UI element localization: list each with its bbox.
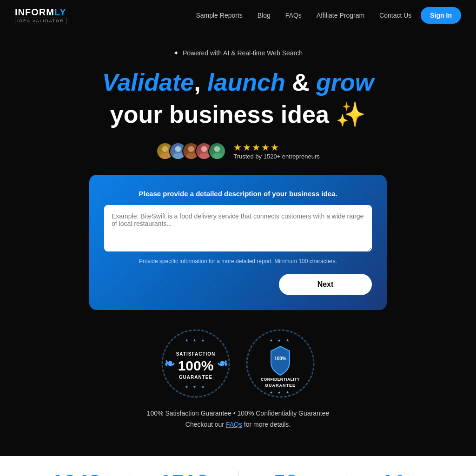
logo-tagline: IDEA VALIDATOR <box>15 18 66 24</box>
star-rating: ★★★★★ <box>233 142 320 153</box>
badges-section: ★ ★ ★ ❧ ❧ SATISFACTION 100% GUARANTEE ★ … <box>9 329 467 398</box>
satisfaction-badge: ★ ★ ★ ❧ ❧ SATISFACTION 100% GUARANTEE ★ … <box>161 329 231 398</box>
sparkle-icon: ✦ <box>173 49 179 57</box>
signin-button[interactable]: Sign In <box>421 7 461 24</box>
hero-subtitle: your business idea ✨ <box>9 100 467 129</box>
faqs-link[interactable]: FAQs <box>226 421 242 428</box>
stat-number: 11+ <box>354 471 446 476</box>
stat-number: 52+ <box>246 471 338 476</box>
business-idea-input[interactable] <box>104 205 372 251</box>
stats-bar: 1948 Reports generated 1518 Entrepreneur… <box>0 456 476 476</box>
svg-point-6 <box>201 146 207 152</box>
hero-section: ✦ Powered with AI & Real-time Web Search… <box>0 31 476 437</box>
logo-text-part2: LY <box>54 7 66 17</box>
next-button[interactable]: Next <box>279 274 372 295</box>
stat-entrepreneurs: 1518 Entrepreneurs helped <box>130 471 238 476</box>
trust-text: ★★★★★ Trusted by 1520+ entrepreneurs <box>233 142 320 160</box>
svg-text:CONFIDENTIALITY: CONFIDENTIALITY <box>261 377 300 382</box>
svg-point-7 <box>199 153 209 159</box>
svg-point-1 <box>160 153 170 159</box>
form-label: Please provide a detailed description of… <box>104 190 372 198</box>
svg-text:★ ★ ★: ★ ★ ★ <box>270 338 291 343</box>
svg-point-0 <box>162 146 168 152</box>
svg-text:GUARANTEE: GUARANTEE <box>265 383 296 388</box>
svg-text:100%: 100% <box>178 358 214 373</box>
nav-links: Sample Reports Blog FAQs Affiliate Progr… <box>190 7 461 24</box>
stat-reports: 1948 Reports generated <box>22 471 130 476</box>
svg-point-5 <box>186 153 196 159</box>
svg-text:★ ★ ★: ★ ★ ★ <box>270 390 291 395</box>
stat-number: 1948 <box>30 471 122 476</box>
title-grow: grow <box>316 69 374 96</box>
nav-sample-reports[interactable]: Sample Reports <box>190 8 248 23</box>
svg-text:GUARANTEE: GUARANTEE <box>179 375 212 380</box>
sparkle-decoration: ✨ <box>336 101 366 128</box>
nav-contact[interactable]: Contact Us <box>374 8 417 23</box>
hero-title: Validate, launch & grow <box>9 68 467 97</box>
title-validate: Validate <box>102 69 194 96</box>
logo[interactable]: INFORMLY IDEA VALIDATOR <box>15 7 66 24</box>
trust-section: ★★★★★ Trusted by 1520+ entrepreneurs <box>9 142 467 160</box>
navbar: INFORMLY IDEA VALIDATOR Sample Reports B… <box>0 0 476 31</box>
nav-faqs[interactable]: FAQs <box>280 8 307 23</box>
stat-number: 1518 <box>138 471 230 476</box>
avatar-group <box>156 142 226 160</box>
title-launch: launch <box>207 69 285 96</box>
svg-point-4 <box>188 146 194 152</box>
svg-point-9 <box>212 153 222 159</box>
stat-pages: 52+ Avg. pages per <box>238 471 346 476</box>
stat-types: 11+ Types of Reports <box>346 471 454 476</box>
avatar <box>208 142 226 160</box>
logo-text-part1: INFORM <box>15 7 54 17</box>
svg-text:★ ★ ★: ★ ★ ★ <box>185 385 206 389</box>
confidentiality-badge: ★ ★ ★ 100% CONFIDENTIALITY GUARANTEE ★ ★… <box>245 329 315 398</box>
svg-text:★ ★ ★: ★ ★ ★ <box>185 338 206 343</box>
svg-text:SATISFACTION: SATISFACTION <box>176 351 216 357</box>
svg-point-2 <box>175 146 181 152</box>
svg-text:100%: 100% <box>274 356 286 361</box>
powered-text: ✦ Powered with AI & Real-time Web Search <box>9 49 467 57</box>
svg-point-8 <box>214 146 220 152</box>
form-card: Please provide a detailed description of… <box>89 175 387 310</box>
svg-text:❧: ❧ <box>217 357 228 371</box>
trust-count: Trusted by 1520+ entrepreneurs <box>233 153 320 160</box>
guarantee-link-text: Checkout our FAQs for more details. <box>9 421 467 428</box>
form-hint: Provide specific information for a more … <box>104 258 372 264</box>
svg-text:❧: ❧ <box>164 357 175 371</box>
svg-point-3 <box>173 153 183 159</box>
guarantee-text: 100% Satisfaction Guarantee • 100% Confi… <box>9 410 467 417</box>
nav-blog[interactable]: Blog <box>252 8 276 23</box>
nav-affiliate[interactable]: Affiliate Program <box>311 8 370 23</box>
